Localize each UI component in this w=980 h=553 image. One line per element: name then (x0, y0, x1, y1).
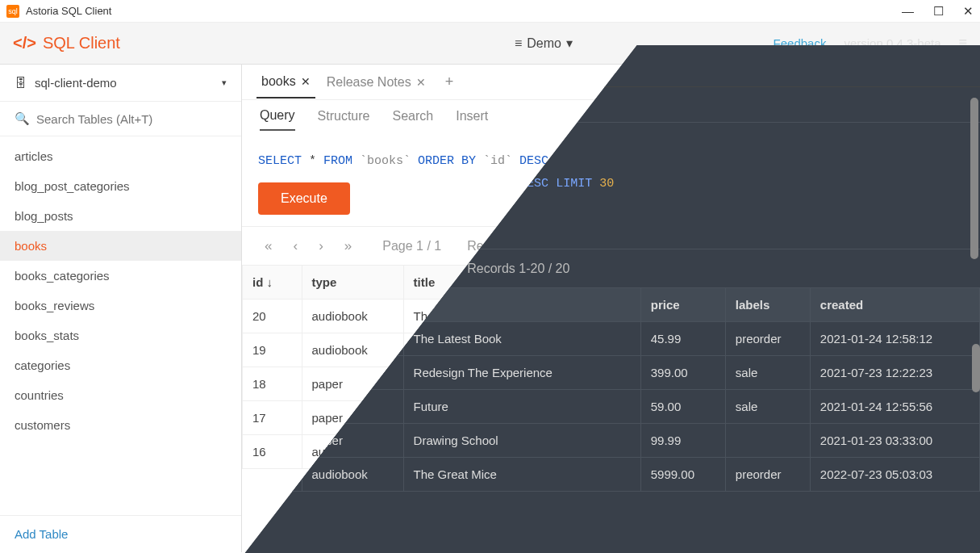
cell-price: 45.99 (640, 300, 725, 333)
sidebar-scrollbar[interactable] (970, 98, 978, 259)
cell-created: 2022-07-23 05:03:03 (810, 435, 979, 469)
header-bar: </> SQL Client ≡ Demo ▾ Feedback version… (0, 23, 980, 65)
sidebar-table-blog_post_categories[interactable]: blog_post_categories (0, 171, 241, 201)
cell-type: audiobook (302, 333, 403, 367)
tables-list: articlesblog_post_categoriesblog_postsbo… (0, 136, 241, 515)
main-panel: books✕Release Notes✕+ QueryStructureSear… (242, 65, 980, 552)
cell-title: Redesign The Experience (403, 333, 640, 367)
cell-type: paper (302, 367, 403, 401)
sidebar-table-blog_posts[interactable]: blog_posts (0, 201, 241, 231)
database-selector-label: Demo (527, 36, 561, 51)
cell-price: 59.00 (640, 367, 725, 401)
version-label: version 0.4.3-beta (844, 36, 940, 50)
app-name: SQL Client (43, 34, 120, 52)
tab-books[interactable]: books✕ (256, 66, 315, 98)
subtab-structure[interactable]: Structure (318, 103, 370, 130)
last-page-button[interactable]: » (340, 238, 357, 254)
app-icon: sql (6, 5, 19, 18)
feedback-link[interactable]: Feedback (774, 36, 827, 50)
cell-title: Future (403, 367, 640, 401)
cell-id: 20 (243, 300, 302, 333)
sidebar: 🗄 sql-client-demo ▾ 🔍 articlesblog_post_… (0, 65, 242, 552)
maximize-button[interactable]: ☐ (933, 4, 944, 19)
subtab-insert[interactable]: Insert (456, 103, 488, 130)
cell-type: audiobook (302, 300, 403, 333)
close-window-button[interactable]: ✕ (963, 4, 974, 19)
next-page-button[interactable]: › (314, 238, 328, 254)
first-page-button[interactable]: « (260, 238, 277, 254)
cell-type: audiobook (302, 435, 403, 469)
cell-id: 19 (243, 333, 302, 367)
sidebar-table-categories[interactable]: categories (0, 350, 241, 380)
pager: « ‹ › » Page 1 / 1 Records 1-20 / 20 (242, 226, 980, 265)
sidebar-table-books[interactable]: books (0, 231, 241, 261)
results-table-wrap: id ↓typetitlepricelabelscreated20audiobo… (242, 265, 980, 552)
table-row[interactable]: 18paperFuture59.00sale2021-01-24 12:55:5… (243, 367, 980, 401)
window-title: Astoria SQL Client (26, 5, 111, 17)
add-tab-button[interactable]: + (437, 73, 462, 90)
window-titlebar: sql Astoria SQL Client — ☐ ✕ (0, 0, 980, 23)
sidebar-table-countries[interactable]: countries (0, 380, 241, 410)
sidebar-table-books_stats[interactable]: books_stats (0, 320, 241, 350)
caret-down-icon: ▾ (222, 78, 227, 88)
cell-created: 2021-01-24 12:55:56 (810, 367, 979, 401)
prev-page-button[interactable]: ‹ (288, 238, 302, 254)
col-header-type[interactable]: type (302, 266, 403, 300)
sql-editor[interactable]: SELECT * FROM `books` ORDER BY `id` DESC… (242, 132, 980, 176)
cell-id: 16 (243, 435, 302, 469)
cell-price: 399.00 (640, 333, 725, 367)
page-indicator: Page 1 / 1 (382, 239, 441, 253)
col-header-title[interactable]: title (403, 266, 640, 300)
tab-label: books (261, 74, 296, 89)
caret-down-icon: ▾ (566, 36, 573, 51)
kw: SELECT (258, 154, 302, 168)
table-row[interactable]: 20audiobookThe Latest Book45.99preorder2… (243, 300, 980, 333)
results-scrollbar[interactable] (972, 344, 980, 392)
cell-price: 5999.00 (640, 435, 725, 469)
cell-title: Drawing School (403, 401, 640, 435)
cell-created: 2021-01-24 12:58:12 (810, 300, 979, 333)
search-tables-input[interactable] (36, 112, 227, 126)
sidebar-database-name: sql-client-demo (35, 76, 117, 90)
minimize-button[interactable]: — (902, 4, 914, 19)
sidebar-database-selector[interactable]: 🗄 sql-client-demo ▾ (0, 65, 241, 102)
cell-labels (725, 401, 810, 435)
add-table-button[interactable]: Add Table (0, 515, 241, 552)
close-tab-icon[interactable]: ✕ (301, 75, 311, 88)
cell-labels: preorder (725, 300, 810, 333)
sidebar-table-books_categories[interactable]: books_categories (0, 261, 241, 291)
records-indicator: Records 1-20 / 20 (467, 239, 569, 253)
col-header-created[interactable]: created (810, 266, 979, 300)
cell-price: 99.99 (640, 401, 725, 435)
cell-title: The Latest Book (403, 300, 640, 333)
cell-id: 18 (243, 367, 302, 401)
execute-button[interactable]: Execute (258, 182, 350, 215)
close-tab-icon[interactable]: ✕ (416, 76, 426, 89)
tab-release-notes[interactable]: Release Notes✕ (322, 67, 431, 98)
cell-created: 2021-01-23 03:33:00 (810, 401, 979, 435)
col-header-id[interactable]: id ↓ (243, 266, 302, 300)
table-row[interactable]: 17paperDrawing School99.992021-01-23 03:… (243, 401, 980, 435)
subtab-search[interactable]: Search (393, 103, 434, 130)
cell-labels: preorder (725, 435, 810, 469)
sidebar-table-articles[interactable]: articles (0, 141, 241, 171)
cell-labels: sale (725, 367, 810, 401)
subtab-query[interactable]: Query (260, 102, 295, 131)
sidebar-table-books_reviews[interactable]: books_reviews (0, 291, 241, 320)
tab-bar: books✕Release Notes✕+ (242, 65, 980, 100)
col-header-price[interactable]: price (640, 266, 725, 300)
cell-title: The Great Mice (403, 435, 640, 469)
logo-icon: </> (13, 34, 36, 52)
table-row[interactable]: 16audiobookThe Great Mice5999.00preorder… (243, 435, 980, 469)
database-icon: 🗄 (15, 76, 27, 90)
cell-labels: sale (725, 333, 810, 367)
menu-icon[interactable]: ≡ (958, 35, 967, 52)
sidebar-table-customers[interactable]: customers (0, 410, 241, 440)
cell-id: 17 (243, 401, 302, 435)
table-row[interactable]: 19audiobookRedesign The Experience399.00… (243, 333, 980, 367)
col-header-labels[interactable]: labels (725, 266, 810, 300)
results-table: id ↓typetitlepricelabelscreated20audiobo… (242, 265, 980, 469)
database-selector[interactable]: ≡ Demo ▾ (515, 36, 573, 51)
cell-created: 2021-07-23 12:22:23 (810, 333, 979, 367)
cell-type: paper (302, 401, 403, 435)
